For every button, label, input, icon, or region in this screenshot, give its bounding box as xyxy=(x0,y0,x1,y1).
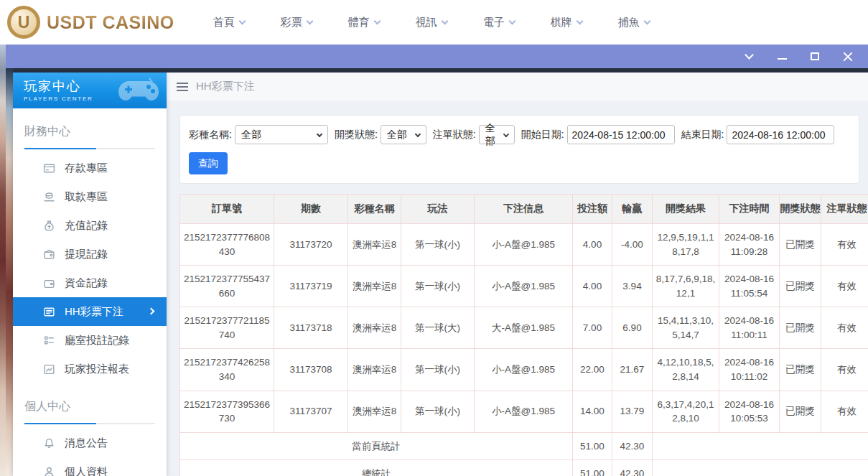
sidebar-item-room-bet-records[interactable]: 廳室投註記錄 xyxy=(13,326,167,355)
table-cell: 第一球(小) xyxy=(401,266,475,307)
chevron-down-icon xyxy=(508,17,515,24)
table-row: 215217237772118574031173718澳洲幸运8第一球(大)大-… xyxy=(180,307,868,349)
table-header-cell: 彩種名稱 xyxy=(348,195,401,224)
nav-item-slots[interactable]: 電子 xyxy=(483,16,515,29)
sidebar-item-label: 玩家投注報表 xyxy=(65,363,129,376)
table-cell: 大-A盤@1.985 xyxy=(475,307,573,349)
end-date-label: 結束日期: xyxy=(681,129,724,141)
sidebar-section-heading: 個人中心 xyxy=(24,399,155,414)
sidebar-item-withdrawal-records[interactable]: 提現記錄 xyxy=(13,240,167,269)
table-cell: 小-A盤@1.985 xyxy=(475,224,573,266)
sidebar-item-label: 充值記錄 xyxy=(65,219,108,233)
window-close-button[interactable] xyxy=(842,51,854,62)
table-header-cell: 注單狀態 xyxy=(821,195,868,224)
chevron-down-icon xyxy=(576,17,583,24)
table-header-cell: 訂單號 xyxy=(180,195,274,224)
nav-item-live-video[interactable]: 視訊 xyxy=(416,16,447,29)
table-cell: 澳洲幸运8 xyxy=(348,349,401,391)
table-cell: 第一球(大) xyxy=(401,307,475,349)
sidebar-item-player-bet-report[interactable]: 玩家投注報表 xyxy=(13,355,167,383)
summary-win-loss-total: 42.30 xyxy=(612,432,653,460)
start-date-label: 開始日期: xyxy=(521,129,564,141)
top-navigation-bar: U USDT CASINO 首頁 彩票 體育 視訊 電子 棋牌 捕魚 xyxy=(0,0,868,45)
nav-item-label: 棋牌 xyxy=(551,16,572,29)
table-header-cell: 開獎狀態 xyxy=(780,195,821,224)
summary-win-loss-total: 42.30 xyxy=(612,460,653,476)
nav-item-lottery[interactable]: 彩票 xyxy=(281,16,312,29)
filter-panel: 彩種名稱: 全部 開獎狀態: 全部 注單狀態: 全部 開始 xyxy=(179,115,859,184)
table-cell: 有效 xyxy=(821,224,868,266)
start-date-input[interactable] xyxy=(567,125,675,144)
app-window-body: 玩家中心 PLAYERS CENTER 財務中心 存款專區 取款專區 充值記錄 xyxy=(6,68,868,476)
table-cell: 已開獎 xyxy=(780,391,821,432)
brand-name: USDT CASINO xyxy=(47,12,174,33)
table-cell: -4.00 xyxy=(612,224,653,266)
main-content: HH彩票下注 彩種名稱: 全部 開獎狀態: 全部 注單狀態: xyxy=(167,73,868,476)
gamepad-icon xyxy=(116,77,161,106)
sidebar-item-profile[interactable]: 個人資料 xyxy=(13,457,167,476)
sidebar-item-recharge-records[interactable]: 充值記錄 xyxy=(13,211,167,240)
table-cell: 第一球(小) xyxy=(401,391,475,432)
table-cell: 已開獎 xyxy=(780,349,821,391)
table-cell: 2024-08-16 10:05:53 xyxy=(719,391,780,432)
window-maximize-button[interactable] xyxy=(809,51,821,62)
nav-item-home[interactable]: 首頁 xyxy=(213,16,245,29)
table-row: 215217237775543766031173719澳洲幸运8第一球(小)小-… xyxy=(180,266,868,307)
table-cell: 2024-08-16 11:00:11 xyxy=(719,307,780,349)
announcements-icon xyxy=(43,437,55,449)
summary-label: 總統計 xyxy=(180,460,573,476)
table-cell: 8,17,7,6,9,18,12,1 xyxy=(653,266,719,307)
table-cell: 2024-08-16 11:05:54 xyxy=(719,266,780,307)
draw-status-select[interactable]: 全部 xyxy=(381,125,426,144)
query-button[interactable]: 查詢 xyxy=(189,152,228,174)
hamburger-menu-icon[interactable] xyxy=(177,83,188,91)
recharge-records-icon xyxy=(43,220,55,232)
sidebar-item-hh-lottery-bets[interactable]: HH彩票下注 xyxy=(13,297,167,326)
lottery-type-select[interactable]: 全部 xyxy=(235,125,328,144)
sidebar-item-deposit-area[interactable]: 存款專區 xyxy=(13,154,167,182)
draw-status-label: 開獎狀態: xyxy=(335,129,378,141)
table-cell: 有效 xyxy=(821,349,868,391)
end-date-input[interactable] xyxy=(727,125,834,144)
order-status-value: 全部 xyxy=(485,122,504,148)
sidebar-item-funds-records[interactable]: 資金記錄 xyxy=(13,269,167,297)
table-row: 215217237739536673031173707澳洲幸运8第一球(小)小-… xyxy=(180,391,868,432)
brand-logo[interactable]: U USDT CASINO xyxy=(7,6,174,39)
sidebar-item-label: 消息公告 xyxy=(65,437,108,450)
order-status-label: 注單狀態: xyxy=(433,129,476,141)
nav-item-board-games[interactable]: 棋牌 xyxy=(551,16,582,29)
table-cell: 2152172377721185740 xyxy=(180,307,274,349)
table-row: 215217237777680843031173720澳洲幸运8第一球(小)小-… xyxy=(180,224,868,266)
chevron-down-icon xyxy=(643,17,650,24)
table-header-cell: 下注時間 xyxy=(719,195,780,224)
chevron-down-icon xyxy=(306,17,313,24)
table-cell: 31173720 xyxy=(274,224,348,266)
table-cell: 2152172377776808430 xyxy=(180,224,274,266)
lottery-type-label: 彩種名稱: xyxy=(189,129,232,141)
order-status-select[interactable]: 全部 xyxy=(479,125,515,144)
window-titlebar xyxy=(6,45,868,68)
table-cell: 澳洲幸运8 xyxy=(348,224,401,266)
chevron-down-icon xyxy=(373,17,381,24)
window-minimize-button[interactable] xyxy=(776,51,788,62)
chevron-down-icon xyxy=(745,50,754,60)
nav-item-label: 捕魚 xyxy=(618,16,640,29)
table-cell: 已開獎 xyxy=(780,307,821,349)
sidebar-item-announcements[interactable]: 消息公告 xyxy=(13,429,167,457)
table-cell: 12,9,5,19,1,18,17,8 xyxy=(653,224,719,266)
nav-item-fishing[interactable]: 捕魚 xyxy=(618,16,650,29)
table-cell: 31173719 xyxy=(274,266,348,307)
table-cell: 2024-08-16 11:09:28 xyxy=(719,224,780,266)
site-nav-menu: 首頁 彩票 體育 視訊 電子 棋牌 捕魚 xyxy=(213,16,650,29)
table-cell: 22.00 xyxy=(573,349,612,391)
table-cell: 6.90 xyxy=(612,307,653,349)
sidebar-item-withdraw-area[interactable]: 取款專區 xyxy=(13,182,167,211)
nav-item-sports[interactable]: 體育 xyxy=(348,16,380,29)
window-collapse-button[interactable] xyxy=(743,51,755,62)
minimize-icon xyxy=(778,58,787,60)
table-cell: 小-A盤@1.985 xyxy=(475,391,573,432)
deposit-area-icon xyxy=(43,162,55,174)
table-header-cell: 玩法 xyxy=(401,195,475,224)
table-cell: 2152172377755437660 xyxy=(180,266,274,307)
table-header-cell: 期數 xyxy=(274,195,348,224)
